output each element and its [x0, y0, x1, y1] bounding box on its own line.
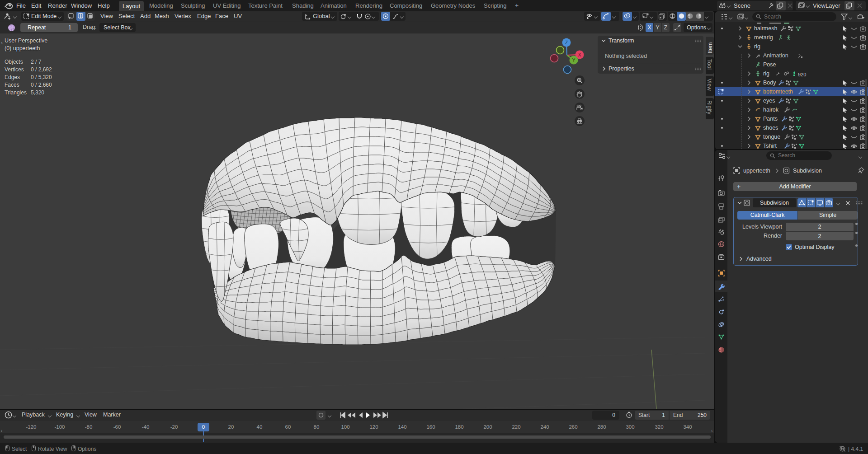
svg-text:Y: Y [572, 58, 576, 63]
svg-text:Z: Z [565, 40, 568, 45]
svg-text:X: X [578, 52, 581, 57]
